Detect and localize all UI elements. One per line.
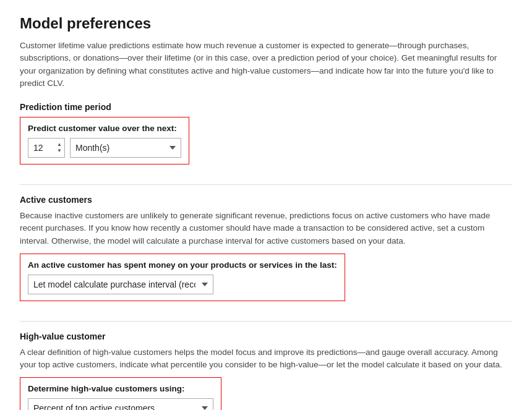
spin-up-button[interactable]: ▲ [55, 142, 64, 148]
active-customers-box-label: An active customer has spent money on yo… [28, 260, 337, 270]
spin-buttons: ▲ ▼ [55, 142, 64, 154]
active-customers-box: An active customer has spent money on yo… [20, 254, 345, 301]
number-input-wrap: ▲ ▼ [28, 138, 65, 158]
divider-1 [20, 184, 512, 185]
main-content: Model preferences Customer lifetime valu… [0, 0, 532, 410]
prediction-section-title: Prediction time period [20, 102, 512, 112]
active-customers-section: Active customers Because inactive custom… [20, 195, 512, 311]
high-value-section: High-value customer A clear definition o… [20, 331, 512, 410]
period-select[interactable]: Month(s) Year(s) Day(s) [70, 138, 181, 158]
page-description: Customer lifetime value predictions esti… [20, 40, 512, 90]
active-customers-title: Active customers [20, 195, 512, 205]
high-value-desc: A clear definition of high-value custome… [20, 346, 512, 372]
prediction-section: Prediction time period Predict customer … [20, 102, 512, 174]
interval-input-row: Let model calculate purchase interval (r… [28, 275, 337, 294]
high-value-box: Determine high-value customers using: Pe… [20, 377, 221, 410]
page-title: Model preferences [20, 15, 512, 32]
interval-select[interactable]: Let model calculate purchase interval (r… [28, 275, 213, 294]
high-value-select[interactable]: Percent of top active customers Model ca… [28, 398, 213, 410]
high-value-box-label: Determine high-value customers using: [28, 384, 213, 393]
hv-input-row: Percent of top active customers Model ca… [28, 398, 213, 410]
spin-down-button[interactable]: ▼ [55, 148, 64, 154]
active-customers-desc: Because inactive customers are unlikely … [20, 210, 512, 247]
prediction-box: Predict customer value over the next: ▲ … [20, 117, 189, 164]
prediction-box-label: Predict customer value over the next: [28, 124, 181, 133]
prediction-input-row: ▲ ▼ Month(s) Year(s) Day(s) [28, 138, 181, 158]
high-value-title: High-value customer [20, 331, 512, 341]
divider-2 [20, 321, 512, 322]
